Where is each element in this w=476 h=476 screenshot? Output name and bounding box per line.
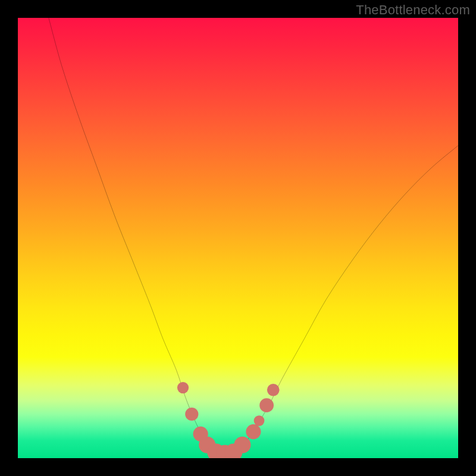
curve-marker: [246, 424, 261, 439]
chart-frame: TheBottleneck.com: [0, 0, 476, 476]
plot-area: [18, 18, 458, 458]
curve-marker: [234, 437, 250, 453]
curve-markers: [177, 382, 280, 458]
curve-marker: [259, 398, 274, 412]
bottleneck-curve: [49, 18, 458, 455]
curve-marker: [185, 408, 198, 421]
curve-layer: [18, 18, 458, 458]
curve-marker: [177, 382, 189, 393]
curve-marker: [254, 415, 265, 426]
curve-marker: [267, 384, 280, 396]
watermark-text: TheBottleneck.com: [356, 2, 470, 18]
